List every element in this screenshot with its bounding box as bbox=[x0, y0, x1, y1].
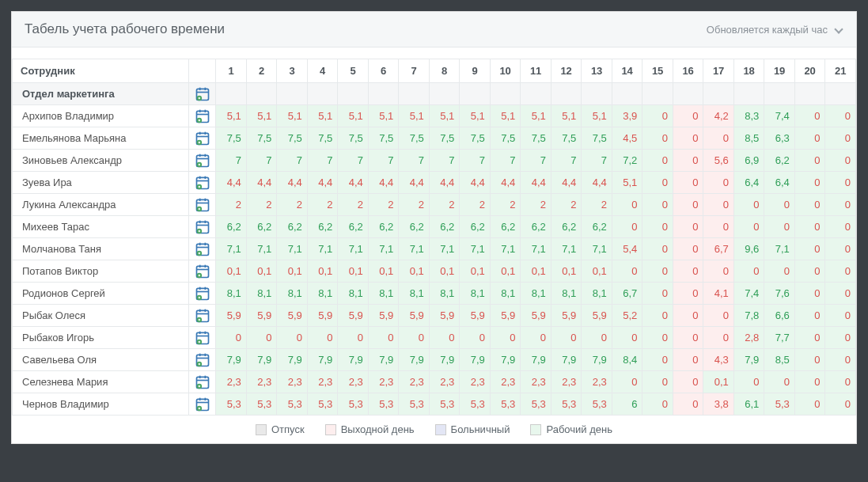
hours-cell[interactable]: 0 bbox=[794, 327, 825, 349]
hours-cell[interactable]: 6,2 bbox=[551, 216, 582, 238]
hours-cell[interactable]: 0 bbox=[368, 327, 399, 349]
hours-cell[interactable]: 7 bbox=[216, 150, 247, 172]
hours-cell[interactable]: 0 bbox=[764, 194, 795, 216]
hours-cell[interactable]: 6,2 bbox=[429, 216, 460, 238]
hours-cell[interactable]: 0 bbox=[642, 238, 673, 260]
employee-calendar-button[interactable] bbox=[188, 260, 215, 283]
employee-calendar-button[interactable] bbox=[188, 371, 215, 393]
hours-cell[interactable]: 7,4 bbox=[764, 105, 795, 127]
hours-cell[interactable]: 5,9 bbox=[307, 305, 338, 327]
hours-cell[interactable]: 7,9 bbox=[307, 349, 338, 371]
hours-cell[interactable]: 9,6 bbox=[733, 238, 764, 260]
hours-cell[interactable]: 7,1 bbox=[246, 238, 277, 260]
hours-cell[interactable]: 0 bbox=[794, 172, 825, 194]
hours-cell[interactable]: 5,1 bbox=[460, 105, 491, 127]
hours-cell[interactable]: 8,1 bbox=[277, 283, 308, 305]
hours-cell[interactable]: 2,3 bbox=[368, 371, 399, 393]
hours-cell[interactable]: 0 bbox=[825, 216, 856, 238]
hours-cell[interactable]: 2 bbox=[307, 194, 338, 216]
hours-cell[interactable]: 2,3 bbox=[277, 371, 308, 393]
hours-cell[interactable]: 5,1 bbox=[490, 105, 521, 127]
hours-cell[interactable]: 7,5 bbox=[368, 127, 399, 150]
hours-cell[interactable]: 5,1 bbox=[307, 105, 338, 127]
hours-cell[interactable]: 0 bbox=[794, 349, 825, 371]
hours-cell[interactable]: 0 bbox=[794, 283, 825, 305]
hours-cell[interactable]: 7,1 bbox=[368, 238, 399, 260]
hours-cell[interactable]: 0,1 bbox=[307, 260, 338, 283]
col-day-21[interactable]: 21 bbox=[825, 59, 856, 83]
hours-cell[interactable]: 0 bbox=[794, 305, 825, 327]
hours-cell[interactable]: 7,1 bbox=[429, 238, 460, 260]
hours-cell[interactable]: 2,3 bbox=[429, 371, 460, 393]
hours-cell[interactable]: 7,1 bbox=[460, 238, 491, 260]
hours-cell[interactable]: 7,5 bbox=[521, 127, 552, 150]
hours-cell[interactable]: 8,5 bbox=[733, 127, 764, 150]
hours-cell[interactable]: 0 bbox=[825, 393, 856, 416]
hours-cell[interactable]: 6,4 bbox=[764, 172, 795, 194]
hours-cell[interactable]: 2 bbox=[368, 194, 399, 216]
col-day-13[interactable]: 13 bbox=[582, 59, 612, 83]
hours-cell[interactable]: 0,1 bbox=[277, 260, 308, 283]
hours-cell[interactable]: 0,1 bbox=[490, 260, 521, 283]
hours-cell[interactable]: 7,8 bbox=[733, 305, 764, 327]
hours-cell[interactable]: 0 bbox=[642, 194, 673, 216]
hours-cell[interactable]: 5,1 bbox=[429, 105, 460, 127]
employee-name[interactable]: Архипов Владимир bbox=[13, 105, 189, 127]
hours-cell[interactable]: 0 bbox=[764, 371, 795, 393]
employee-calendar-button[interactable] bbox=[188, 305, 215, 327]
hours-cell[interactable]: 4,4 bbox=[429, 172, 460, 194]
hours-cell[interactable]: 0 bbox=[642, 371, 673, 393]
hours-cell[interactable]: 7,9 bbox=[733, 349, 764, 371]
hours-cell[interactable]: 5,9 bbox=[460, 305, 491, 327]
hours-cell[interactable]: 7,5 bbox=[490, 127, 521, 150]
hours-cell[interactable]: 5,3 bbox=[429, 393, 460, 416]
hours-cell[interactable]: 7,5 bbox=[460, 127, 491, 150]
hours-cell[interactable]: 7,4 bbox=[733, 283, 764, 305]
hours-cell[interactable]: 6,1 bbox=[733, 393, 764, 416]
hours-cell[interactable]: 0 bbox=[703, 216, 734, 238]
hours-cell[interactable]: 7,1 bbox=[338, 238, 369, 260]
hours-cell[interactable]: 4,4 bbox=[399, 172, 430, 194]
col-day-11[interactable]: 11 bbox=[521, 59, 552, 83]
col-day-2[interactable]: 2 bbox=[246, 59, 277, 83]
hours-cell[interactable]: 0 bbox=[703, 260, 734, 283]
hours-cell[interactable]: 7 bbox=[490, 150, 521, 172]
hours-cell[interactable]: 0 bbox=[794, 260, 825, 283]
hours-cell[interactable]: 5,3 bbox=[582, 393, 612, 416]
employee-calendar-button[interactable] bbox=[188, 194, 215, 216]
hours-cell[interactable]: 0 bbox=[733, 216, 764, 238]
hours-cell[interactable]: 0,1 bbox=[368, 260, 399, 283]
hours-cell[interactable]: 2,3 bbox=[399, 371, 430, 393]
hours-cell[interactable]: 0 bbox=[825, 283, 856, 305]
hours-cell[interactable]: 6,2 bbox=[399, 216, 430, 238]
hours-cell[interactable]: 0 bbox=[825, 194, 856, 216]
hours-cell[interactable]: 7,5 bbox=[307, 127, 338, 150]
hours-cell[interactable]: 0 bbox=[673, 327, 703, 349]
hours-cell[interactable]: 5,3 bbox=[338, 393, 369, 416]
hours-cell[interactable]: 2 bbox=[551, 194, 582, 216]
hours-cell[interactable]: 6 bbox=[612, 393, 642, 416]
hours-cell[interactable]: 0 bbox=[429, 327, 460, 349]
hours-cell[interactable]: 3,8 bbox=[703, 393, 734, 416]
hours-cell[interactable]: 4,4 bbox=[338, 172, 369, 194]
employee-calendar-button[interactable] bbox=[188, 216, 215, 238]
hours-cell[interactable]: 0 bbox=[673, 260, 703, 283]
hours-cell[interactable]: 0 bbox=[612, 371, 642, 393]
hours-cell[interactable]: 5,1 bbox=[521, 105, 552, 127]
employee-calendar-button[interactable] bbox=[188, 393, 215, 416]
hours-cell[interactable]: 5,6 bbox=[703, 150, 734, 172]
hours-cell[interactable]: 0 bbox=[642, 283, 673, 305]
employee-name[interactable]: Чернов Владимир bbox=[13, 393, 189, 416]
hours-cell[interactable]: 4,3 bbox=[703, 349, 734, 371]
hours-cell[interactable]: 0 bbox=[642, 327, 673, 349]
hours-cell[interactable]: 5,9 bbox=[399, 305, 430, 327]
hours-cell[interactable]: 0 bbox=[642, 150, 673, 172]
hours-cell[interactable]: 7,1 bbox=[582, 238, 612, 260]
hours-cell[interactable]: 7,5 bbox=[216, 127, 247, 150]
hours-cell[interactable]: 0 bbox=[794, 216, 825, 238]
hours-cell[interactable]: 0 bbox=[460, 327, 491, 349]
hours-cell[interactable]: 7 bbox=[246, 150, 277, 172]
hours-cell[interactable]: 6,2 bbox=[216, 216, 247, 238]
hours-cell[interactable]: 4,4 bbox=[490, 172, 521, 194]
hours-cell[interactable]: 6,9 bbox=[733, 150, 764, 172]
